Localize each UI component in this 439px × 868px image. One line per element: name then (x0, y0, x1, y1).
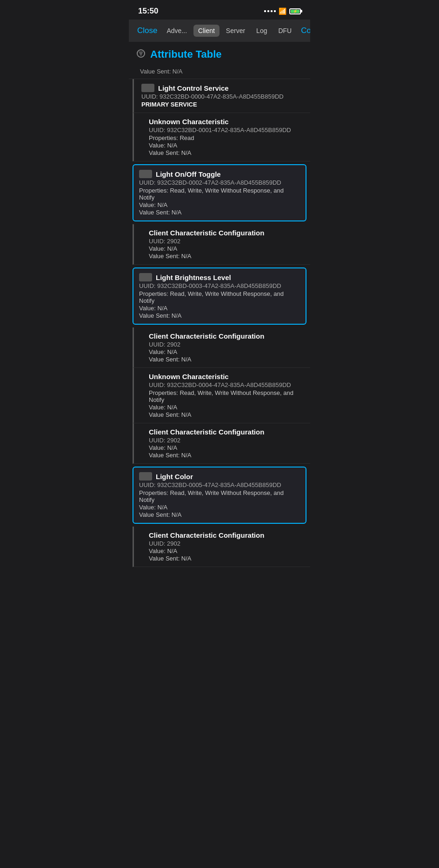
characteristic-value: Value: N/A (139, 504, 300, 511)
list-item[interactable]: Unknown Characteristic UUID: 932C32BD-00… (133, 368, 310, 423)
list-item[interactable]: Client Characteristic Configuration UUID… (133, 423, 310, 464)
descriptor-value: Value: N/A (149, 548, 303, 554)
characteristic-name: Unknown Characteristic (149, 373, 303, 381)
characteristic-icon (139, 273, 152, 281)
status-bar: 15:50 📶 ⚡ (129, 0, 310, 20)
status-icons: 📶 ⚡ (264, 7, 301, 15)
close-button[interactable]: Close (134, 24, 160, 37)
tab-client[interactable]: Client (193, 25, 220, 37)
page-header: Attribute Table (129, 42, 310, 64)
descriptor-uuid: UUID: 2902 (149, 341, 303, 348)
characteristic-name: Light Brightness Level (139, 273, 300, 281)
tab-log[interactable]: Log (252, 25, 272, 37)
characteristic-value: Value: N/A (139, 305, 300, 312)
list-item[interactable]: Light Color UUID: 932C32BD-0005-47A2-835… (133, 467, 306, 524)
characteristic-properties: Properties: Read, Write, Write Without R… (139, 290, 300, 304)
descriptor-uuid: UUID: 2902 (149, 238, 303, 245)
connect-button[interactable]: Connect (298, 24, 310, 37)
descriptor-value-sent: Value Sent: N/A (149, 253, 303, 260)
characteristic-value-sent: Value Sent: N/A (149, 149, 303, 156)
characteristic-name: Unknown Characteristic (149, 118, 303, 126)
nav-tabs: Adve... Client Server Log DFU (162, 25, 296, 37)
characteristic-value: Value: N/A (149, 404, 303, 411)
descriptor-value: Value: N/A (149, 245, 303, 252)
descriptor-value-sent: Value Sent: N/A (149, 452, 303, 459)
tab-dfu[interactable]: DFU (273, 25, 296, 37)
descriptor-value: Value: N/A (149, 444, 303, 451)
nav-bar: Close Adve... Client Server Log DFU Conn… (129, 20, 310, 42)
characteristic-uuid: UUID: 932C32BD-0004-47A2-835A-A8D455B859… (149, 381, 303, 388)
characteristic-properties: Properties: Read, Write, Write Without R… (139, 489, 300, 503)
service-name: Light Control Service (141, 84, 303, 92)
filter-icon (136, 49, 146, 60)
list-item[interactable]: Client Characteristic Configuration UUID… (133, 224, 310, 265)
battery-icon: ⚡ (289, 8, 301, 14)
characteristic-properties: Properties: Read, Write, Write Without R… (149, 389, 303, 403)
characteristic-value: Value: N/A (139, 201, 300, 208)
status-time: 15:50 (138, 7, 158, 16)
list-item[interactable]: Unknown Characteristic UUID: 932C32BD-00… (133, 113, 310, 161)
descriptor-name: Client Characteristic Configuration (149, 428, 303, 436)
characteristic-value-sent: Value Sent: N/A (149, 411, 303, 418)
service-uuid: UUID: 932C32BD-0000-47A2-835A-A8D455B859… (141, 93, 303, 100)
list-item[interactable]: Light Brightness Level UUID: 932C32BD-00… (133, 267, 306, 325)
characteristic-uuid: UUID: 932C32BD-0005-47A2-835A-A8D455B859… (139, 481, 300, 488)
descriptor-name: Client Characteristic Configuration (149, 531, 303, 539)
descriptor-value: Value: N/A (149, 348, 303, 355)
list-item[interactable]: Client Characteristic Configuration UUID… (133, 327, 310, 368)
characteristic-name: Light On/Off Toggle (139, 170, 300, 178)
descriptor-value-sent: Value Sent: N/A (149, 555, 303, 562)
list-item[interactable]: Client Characteristic Configuration UUID… (133, 527, 310, 567)
tab-server[interactable]: Server (221, 25, 250, 37)
characteristic-icon (139, 170, 152, 178)
descriptor-uuid: UUID: 2902 (149, 437, 303, 444)
service-icon (141, 84, 154, 92)
characteristic-properties: Properties: Read, Write, Write Without R… (139, 187, 300, 201)
descriptor-value-sent: Value Sent: N/A (149, 356, 303, 363)
characteristic-value-sent: Value Sent: N/A (139, 209, 300, 216)
characteristic-name: Light Color (139, 472, 300, 481)
descriptor-name: Client Characteristic Configuration (149, 332, 303, 340)
top-value-sent: Value Sent: N/A (129, 64, 310, 79)
descriptor-uuid: UUID: 2902 (149, 540, 303, 547)
wifi-icon: 📶 (279, 7, 286, 15)
tab-advertise[interactable]: Adve... (162, 25, 192, 37)
characteristic-properties: Properties: Read (149, 134, 303, 141)
characteristic-uuid: UUID: 932C32BD-0001-47A2-835A-A8D455B859… (149, 127, 303, 134)
list-item[interactable]: Light On/Off Toggle UUID: 932C32BD-0002-… (133, 164, 306, 221)
signal-icon (264, 10, 276, 12)
characteristic-icon (139, 472, 152, 481)
characteristic-value: Value: N/A (149, 142, 303, 149)
characteristic-uuid: UUID: 932C32BD-0003-47A2-835A-A8D455B859… (139, 282, 300, 289)
characteristic-value-sent: Value Sent: N/A (139, 312, 300, 319)
service-type: PRIMARY SERVICE (141, 101, 303, 108)
characteristic-value-sent: Value Sent: N/A (139, 511, 300, 518)
characteristic-uuid: UUID: 932C32BD-0002-47A2-835A-A8D455B859… (139, 179, 300, 186)
descriptor-name: Client Characteristic Configuration (149, 229, 303, 237)
list-item[interactable]: Light Control Service UUID: 932C32BD-000… (133, 79, 310, 113)
content-area: Light Control Service UUID: 932C32BD-000… (129, 79, 310, 567)
page-title: Attribute Table (150, 48, 222, 60)
